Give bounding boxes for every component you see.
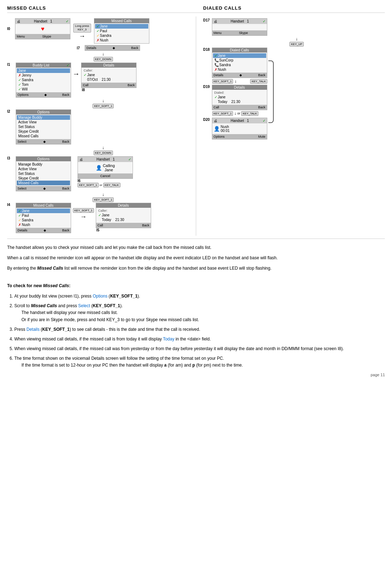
arrow-down-I1-I2: ↓ [102,98,104,103]
page-number: page 11 [7,373,385,377]
arrow-down-D18-D19: ↓ [234,79,237,84]
section-heading: To check for new Missed Calls: [7,276,385,289]
missed-calls-title: MISSED CALLS [7,4,196,13]
phone-frame-I4: Missed Calls ✓Jane ✓Paul ✓Sandra ✗Nush D… [16,203,71,233]
arrow-down-I2-I3: ↓ [102,145,104,150]
phone-frame-I2: Options Manage Buddy Active View Set Sta… [16,109,71,144]
dialed-calls-title: DIALED CALLS [196,4,385,13]
key-up-label: KEY_UP [289,42,304,46]
key-down-label2: KEY_DOWN [94,151,113,155]
select-highlight: Select [78,303,90,308]
screen-missed-calls-top: Missed Calls ✓Jane ✓Paul ✓Sandra ✗Nush [94,18,149,44]
step-label-D17: D17 [203,18,210,22]
step-6: The time format shown on the voicemail D… [14,355,385,369]
arrow-down-I3-I4: ↓ [102,192,104,197]
step-2: Scroll to Missed Calls and press Select … [14,303,385,323]
missed-calls-emphasis: Missed Calls [37,266,63,271]
step-label-I7: I7 [77,46,84,50]
step-3: Press Details (KEY_SOFT_1) to see call d… [14,326,385,333]
phone-frame-D17: 🖨Handset 1✓ MenuSkype [212,18,267,36]
step-label-I2: I2 [7,109,14,113]
step-label-D20: D20 [203,118,210,122]
phone-frame-I5: Details Caller: ✓Jane Today 21:30 CallBa… [96,203,151,228]
arrow-down-D17-D18: ↓ [296,36,298,41]
long-press-key: Long pressKEY_3 [73,24,91,33]
phone-frame-I3: Options Manage Buddy Active View Set Sta… [16,156,71,191]
missed-calls-diagram: I0 🖨 Handset 1 ✓ ♥ Menu [7,16,196,236]
body-para2: When a call is missed the reminder icon … [7,255,385,261]
step-2-sub1: The handset will display your new missed… [21,309,385,316]
phone-frame-D18: Dialed Calls ✓Jane 📞SunCorp 📞Sandra ✗Nus… [212,48,267,78]
key-soft1-i4: KEY_SOFT_1 [73,208,94,213]
phone-frame-I8: Details Caller: ✓Jane 07/Oct 21:30 CallB… [81,63,137,88]
section-divider [7,239,385,239]
options-highlight: Options [93,294,107,299]
step-1: At your buddy list view (screen I1), pre… [14,293,385,300]
phone-frame-I7: Details◆Back [85,45,140,51]
step-label-I4: I4 [7,203,14,207]
phone-frame-I6: 🖨Handset 1✓ 👤 Calling Jane Ca [78,156,133,179]
phone-frame-D19: Details Dialed: ✓Jane Today 21:30 CallBa… [212,85,267,110]
key-soft1-d19: KEY_SOFT_1 [212,111,233,116]
step-label-I0: I0 [7,27,14,31]
step-2-sub2: Or if you are in Skype mode, press and h… [21,317,385,323]
step-label-D18: D18 [203,48,210,51]
key-talk-d18: KEY_TALK [250,79,267,84]
steps-list: At your buddy list view (screen I1), pre… [14,293,385,369]
key-soft1-label1: KEY_SOFT_1 [93,104,114,108]
body-para1: The handset allows you to check your mis… [7,244,385,251]
key-talk-d19: KEY_TALK [241,111,258,116]
screen-I0: I0 🖨 Handset 1 ✓ ♥ Menu [7,18,70,40]
today-highlight: Today [163,337,174,342]
dialed-calls-diagram: D17 🖨Handset 1✓ MenuSkype ↓ KEY_UP D18 [196,16,385,236]
body-text-section: The handset allows you to check your mis… [7,244,385,369]
arrow-down-I0-I1: ↓ [102,51,104,57]
phone-frame-D20: 🖨Handset 1✓ 👤 Nush 00:01 OptionsMute [212,118,267,139]
step-label-I3: I3 [7,156,14,160]
step-4: When viewing missed call details, if the… [14,336,385,343]
key-soft1-d18: KEY_SOFT_1 [212,79,233,84]
details-highlight: Details [26,327,40,332]
phone-frame-I0: 🖨 Handset 1 ✓ ♥ Menu Skype [15,18,70,39]
step-label-I1: I1 [7,63,14,67]
step-label-D19: D19 [203,85,210,89]
key-down-label: KEY_DOWN [94,57,113,62]
key-soft1-label2: KEY_SOFT_1 [93,197,114,202]
phone-frame-I1: Buddy List ✓ Jane ✗Jenny ✓Sandra ✓Tom ✓W… [16,63,71,98]
step-6-sub: If the time format is set to 12-hour on … [21,362,385,369]
body-para3: By entering the Missed Calls list will r… [7,265,385,272]
step-5: When viewing missed call details, if the… [14,345,385,352]
